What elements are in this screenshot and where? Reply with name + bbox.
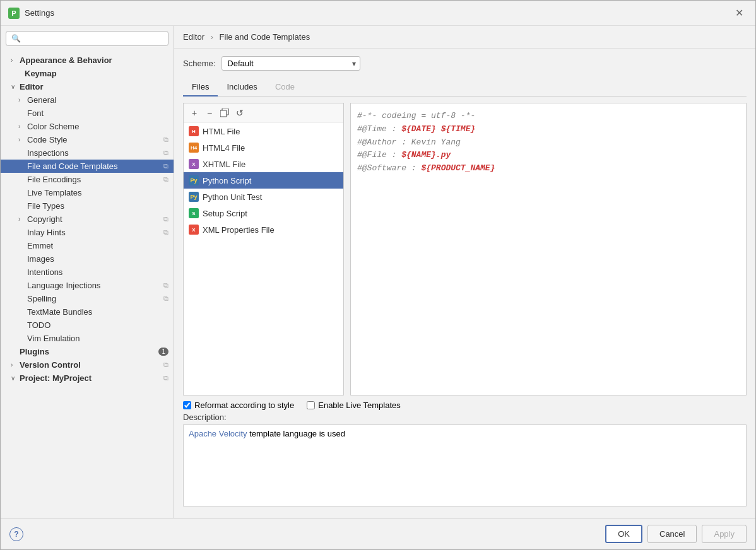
reformat-checkbox-label[interactable]: Reformat according to style [183,401,294,410]
help-button[interactable]: ? [9,527,23,541]
sidebar-item-label: Color Scheme [27,122,168,131]
code-line-3: #@Author : Kevin Yang [357,136,740,149]
python-unit-test-icon: Py [189,192,199,202]
tab-code: Code [266,78,304,97]
sidebar-item-appearance[interactable]: › Appearance & Behavior [1,54,174,67]
sidebar-item-inspections[interactable]: Inspections ⧉ [1,146,174,160]
sidebar-item-intentions[interactable]: Intentions [1,266,174,279]
tab-includes[interactable]: Includes [218,78,266,97]
list-item[interactable]: Py Python Unit Test [184,189,343,205]
sidebar-item-label: Version Control [20,360,161,370]
sidebar-item-language-injections[interactable]: Language Injections ⧉ [1,279,174,292]
xml-file-icon: X [189,225,199,235]
list-item[interactable]: H4 HTML4 File [184,139,343,156]
live-templates-checkbox-label[interactable]: Enable Live Templates [307,401,401,410]
sidebar-item-spelling[interactable]: Spelling ⧉ [1,292,174,305]
code-editor[interactable]: #-*- codeing = utf-8 -*- #@Time : ${DATE… [351,103,746,395]
file-item-label: HTML File [203,127,240,136]
add-template-button[interactable]: + [187,106,201,120]
list-item[interactable]: X XML Properties File [184,221,343,238]
code-line-4: #@File : ${NAME}.py [357,149,740,162]
close-button[interactable]: ✕ [730,4,748,22]
code-line-5: #@Software : ${PRODUCT_NAME} [357,162,740,175]
tab-files[interactable]: Files [183,78,218,97]
sidebar-item-label: Font [27,108,168,118]
sidebar-item-label: Intentions [27,267,168,277]
main-content: 🔍 › Appearance & Behavior Keymap ∨ Edito… [1,26,755,518]
arrow-icon: › [11,57,20,64]
app-icon: P [8,8,20,19]
file-item-label: Python Script [203,176,251,185]
list-item[interactable]: X XHTML File [184,156,343,172]
html4-file-icon: H4 [189,143,199,153]
reformat-checkbox[interactable] [183,401,191,409]
apache-velocity-link[interactable]: Apache Velocity [189,429,247,438]
scheme-select[interactable]: Default Project [221,56,360,71]
list-item-python-script[interactable]: Py Python Script [184,172,343,189]
sidebar-item-label: Emmet [27,241,168,250]
arrow-icon: ∨ [11,83,20,90]
sidebar-item-vim[interactable]: Vim Emulation [1,332,174,345]
file-item-label: XML Properties File [203,225,275,235]
right-panel: Editor › File and Code Templates Scheme:… [174,26,755,518]
sidebar-item-font[interactable]: Font [1,107,174,120]
sidebar-item-todo[interactable]: TODO [1,319,174,332]
sidebar-item-label: TextMate Bundles [27,307,168,317]
sidebar-item-color-scheme[interactable]: › Color Scheme [1,120,174,133]
live-templates-label: Enable Live Templates [318,401,401,410]
arrow-icon: › [11,361,20,368]
window-title: Settings [25,8,730,18]
scheme-label: Scheme: [183,59,215,68]
code-line-2: #@Time : ${DATE} ${TIME} [357,123,740,136]
sidebar-item-editor[interactable]: ∨ Editor [1,80,174,93]
cancel-button[interactable]: Cancel [647,525,697,543]
setup-script-icon: S [189,208,199,218]
sidebar-item-copyright[interactable]: › Copyright ⧉ [1,213,174,226]
sidebar-item-file-encodings[interactable]: File Encodings ⧉ [1,173,174,186]
apply-button[interactable]: Apply [702,525,747,543]
description-box: Apache Velocity template language is use… [183,424,747,506]
search-icon: 🔍 [11,34,21,43]
sidebar-item-label: General [27,95,168,105]
sidebar-item-textmate[interactable]: TextMate Bundles [1,305,174,319]
ok-button[interactable]: OK [605,525,642,543]
copy-template-button[interactable] [218,106,232,120]
svg-text:P: P [11,9,16,17]
arrow-icon: ∨ [11,375,20,382]
list-item[interactable]: S Setup Script [184,205,343,221]
sidebar-item-inlay-hints[interactable]: Inlay Hints ⧉ [1,226,174,239]
sidebar-item-file-code-templates[interactable]: File and Code Templates ⧉ [1,160,174,173]
list-item[interactable]: H HTML File [184,123,343,139]
live-templates-checkbox[interactable] [307,401,315,409]
arrow-icon: › [18,123,27,130]
footer-buttons: OK Cancel Apply [605,525,747,543]
sidebar-item-live-templates[interactable]: Live Templates [1,186,174,199]
sidebar-item-keymap[interactable]: Keymap [1,67,174,80]
arrow-icon: › [18,136,27,143]
sidebar-item-code-style[interactable]: › Code Style ⧉ [1,133,174,146]
copy-icon: ⧉ [163,281,168,290]
breadcrumb-current: File and Code Templates [220,32,310,42]
remove-template-button[interactable]: − [203,106,216,120]
sidebar-item-images[interactable]: Images [1,252,174,266]
bottom-options: Reformat according to style Enable Live … [183,395,747,510]
sidebar-item-general[interactable]: › General [1,93,174,107]
sidebar-item-project[interactable]: ∨ Project: MyProject ⧉ [1,372,174,385]
sidebar-item-label: Inspections [27,148,161,158]
sidebar-item-label: Keymap [25,69,168,78]
sidebar-item-label: TODO [27,320,168,330]
sidebar-item-plugins[interactable]: Plugins 1 [1,345,174,358]
sidebar-item-version-control[interactable]: › Version Control ⧉ [1,358,174,372]
file-item-label: HTML4 File [203,143,245,153]
sidebar-item-label: Images [27,254,168,264]
search-box[interactable]: 🔍 [6,31,168,46]
copy-icon: ⧉ [163,228,168,237]
search-input[interactable] [23,34,163,43]
breadcrumb-separator: › [211,32,213,42]
reset-template-button[interactable]: ↺ [233,106,247,120]
description-label: Description: [183,413,747,422]
sidebar-item-emmet[interactable]: Emmet [1,239,174,252]
sidebar-item-file-types[interactable]: File Types [1,199,174,213]
sidebar-item-label: Live Templates [27,188,168,197]
plugins-badge: 1 [158,348,168,356]
